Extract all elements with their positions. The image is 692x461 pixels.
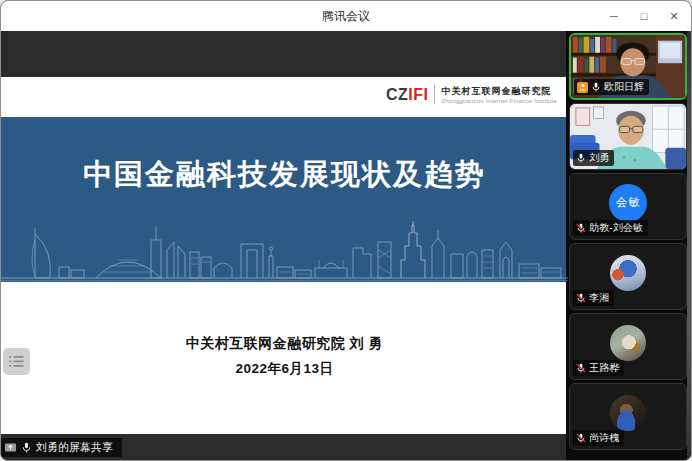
screen-share-label: 刘勇的屏幕共享 (36, 440, 113, 455)
logo-org-name-en: Zhongguancun Internet Finance Institute (441, 98, 557, 104)
participant-tile-shangshihuai[interactable]: 尚诗槐 (569, 383, 687, 450)
sidebar-scrollbar[interactable] (687, 31, 691, 460)
mic-on-icon (576, 153, 586, 163)
participant-label: 李湘 (573, 290, 614, 306)
logo-org-name-cn: 中关村互联网金融研究院 (441, 85, 557, 98)
participants-sidebar: 欧阳日辉 (566, 31, 691, 460)
shared-screen-area: CZIFI 中关村互联网金融研究院 Zhongguancun Internet … (1, 31, 566, 460)
participant-tile-wangluhua[interactable]: 王路桦 (569, 313, 687, 380)
screen-share-banner: 刘勇的屏幕共享 (1, 438, 122, 457)
avatar: 会敏 (609, 184, 647, 222)
participant-tile-lixiang[interactable]: 李湘 (569, 243, 687, 310)
presentation-slide: CZIFI 中关村互联网金融研究院 Zhongguancun Internet … (1, 77, 568, 434)
screen-share-icon (4, 441, 17, 454)
participant-label: 王路桦 (573, 360, 624, 376)
city-skyline-graphic (1, 220, 568, 282)
mic-muted-icon (576, 363, 586, 373)
mic-muted-icon (576, 433, 586, 443)
slide-title-band: 中国金融科技发展现状及趋势 (1, 117, 568, 282)
participant-name: 李湘 (589, 292, 609, 304)
avatar (610, 395, 646, 431)
participant-tile-ouyangrihui[interactable]: 欧阳日辉 (569, 33, 687, 100)
participant-name: 欧阳日辉 (604, 81, 644, 93)
participant-tile-liuhuimin[interactable]: 会敏 助教-刘会敏 (569, 173, 687, 240)
window-controls: ─ □ ✕ (599, 1, 689, 31)
mic-muted-icon (576, 223, 586, 233)
window-titlebar: 腾讯会议 ─ □ ✕ (1, 1, 691, 31)
logo-text: 中关村互联网金融研究院 Zhongguancun Internet Financ… (441, 85, 557, 104)
maximize-icon[interactable]: □ (629, 1, 659, 31)
list-icon (9, 355, 24, 368)
avatar (610, 325, 646, 361)
participant-label: 尚诗槐 (573, 430, 624, 446)
participant-label: 欧阳日辉 (574, 79, 649, 95)
participant-name: 助教-刘会敏 (589, 222, 642, 234)
logo-wordmark: CZIFI (386, 86, 429, 104)
slide-title: 中国金融科技发展现状及趋势 (1, 155, 568, 195)
participant-name: 刘勇 (589, 152, 609, 164)
participant-name: 王路桦 (589, 362, 619, 374)
minimize-icon[interactable]: ─ (599, 1, 629, 31)
institute-logo: CZIFI 中关村互联网金融研究院 Zhongguancun Internet … (386, 85, 557, 104)
host-icon (577, 82, 588, 93)
logo-divider (434, 85, 435, 104)
participant-name: 尚诗槐 (589, 432, 619, 444)
tencent-meeting-window: 腾讯会议 ─ □ ✕ CZIFI 中关村互联网金融研究院 Zhongguancu… (0, 0, 692, 461)
participant-label: 刘勇 (573, 150, 614, 166)
mic-on-icon (591, 82, 601, 92)
meeting-content: CZIFI 中关村互联网金融研究院 Zhongguancun Internet … (1, 31, 691, 460)
slide-panel-toggle[interactable] (3, 348, 30, 375)
window-title: 腾讯会议 (1, 8, 691, 25)
participant-tile-liuyong[interactable]: 刘勇 (569, 103, 687, 170)
avatar (610, 255, 646, 291)
close-icon[interactable]: ✕ (659, 1, 689, 31)
slide-author: 中关村互联网金融研究院 刘 勇 (1, 335, 568, 353)
slide-date: 2022年6月13日 (1, 360, 568, 378)
mic-on-icon (21, 442, 32, 453)
mic-muted-icon (576, 293, 586, 303)
participant-label: 助教-刘会敏 (573, 220, 647, 236)
